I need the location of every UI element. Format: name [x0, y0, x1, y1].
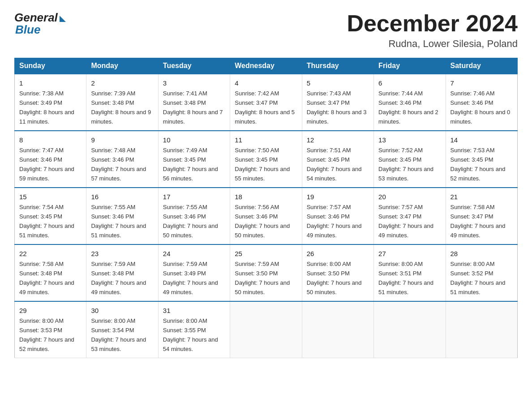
- day-info: Sunrise: 7:57 AMSunset: 3:46 PMDaylight:…: [307, 204, 362, 239]
- day-info: Sunrise: 7:53 AMSunset: 3:45 PMDaylight:…: [450, 147, 506, 182]
- day-info: Sunrise: 7:58 AMSunset: 3:47 PMDaylight:…: [450, 204, 506, 239]
- day-info: Sunrise: 7:59 AMSunset: 3:50 PMDaylight:…: [235, 261, 290, 295]
- day-number: 15: [19, 192, 82, 202]
- logo-arrow-icon: [60, 16, 66, 22]
- calendar-day-cell: 28 Sunrise: 8:00 AMSunset: 3:52 PMDaylig…: [446, 244, 517, 301]
- day-number: 2: [91, 78, 153, 88]
- day-number: 6: [378, 78, 441, 88]
- day-info: Sunrise: 7:43 AMSunset: 3:47 PMDaylight:…: [307, 90, 367, 125]
- calendar-day-cell: 5 Sunrise: 7:43 AMSunset: 3:47 PMDayligh…: [302, 74, 373, 131]
- calendar-day-cell: 3 Sunrise: 7:41 AMSunset: 3:48 PMDayligh…: [158, 74, 230, 131]
- day-number: 28: [450, 248, 513, 259]
- day-number: 8: [19, 135, 82, 145]
- day-number: 9: [91, 135, 153, 145]
- day-number: 26: [307, 248, 369, 259]
- day-info: Sunrise: 7:47 AMSunset: 3:46 PMDaylight:…: [19, 147, 74, 182]
- day-info: Sunrise: 8:00 AMSunset: 3:54 PMDaylight:…: [91, 317, 146, 352]
- day-number: 24: [163, 248, 225, 259]
- calendar-day-cell: 14 Sunrise: 7:53 AMSunset: 3:45 PMDaylig…: [446, 131, 517, 188]
- weekday-header-saturday: Saturday: [446, 58, 517, 74]
- calendar-day-cell: 23 Sunrise: 7:59 AMSunset: 3:48 PMDaylig…: [86, 244, 158, 301]
- day-number: 18: [235, 192, 297, 202]
- day-info: Sunrise: 7:55 AMSunset: 3:46 PMDaylight:…: [163, 204, 218, 239]
- calendar-day-cell: 13 Sunrise: 7:52 AMSunset: 3:45 PMDaylig…: [374, 131, 446, 188]
- title-block: December 2024 Rudna, Lower Silesia, Pola…: [347, 11, 518, 50]
- weekday-header-wednesday: Wednesday: [230, 58, 302, 74]
- day-number: 11: [235, 135, 297, 145]
- calendar-day-cell: 10 Sunrise: 7:49 AMSunset: 3:45 PMDaylig…: [158, 131, 230, 188]
- day-info: Sunrise: 8:00 AMSunset: 3:51 PMDaylight:…: [378, 261, 433, 295]
- calendar-day-cell: 8 Sunrise: 7:47 AMSunset: 3:46 PMDayligh…: [15, 131, 86, 188]
- day-number: 22: [19, 248, 82, 259]
- weekday-header-monday: Monday: [86, 58, 158, 74]
- calendar-day-cell: 15 Sunrise: 7:54 AMSunset: 3:45 PMDaylig…: [15, 188, 86, 244]
- day-info: Sunrise: 7:57 AMSunset: 3:47 PMDaylight:…: [378, 204, 433, 239]
- day-info: Sunrise: 7:48 AMSunset: 3:46 PMDaylight:…: [91, 147, 146, 182]
- day-number: 23: [91, 248, 153, 259]
- day-info: Sunrise: 7:59 AMSunset: 3:49 PMDaylight:…: [163, 261, 218, 295]
- calendar-day-cell: 19 Sunrise: 7:57 AMSunset: 3:46 PMDaylig…: [302, 188, 373, 244]
- page-header: General Blue December 2024 Rudna, Lower …: [14, 11, 518, 50]
- day-info: Sunrise: 7:39 AMSunset: 3:48 PMDaylight:…: [91, 90, 151, 125]
- day-info: Sunrise: 7:55 AMSunset: 3:46 PMDaylight:…: [91, 204, 146, 239]
- day-number: 16: [91, 192, 153, 202]
- calendar-week-2: 8 Sunrise: 7:47 AMSunset: 3:46 PMDayligh…: [15, 131, 518, 188]
- weekday-header-thursday: Thursday: [302, 58, 373, 74]
- day-number: 30: [91, 305, 153, 316]
- calendar-day-cell: [374, 301, 446, 358]
- day-info: Sunrise: 8:00 AMSunset: 3:50 PMDaylight:…: [307, 261, 362, 295]
- day-number: 20: [378, 192, 441, 202]
- calendar-week-3: 15 Sunrise: 7:54 AMSunset: 3:45 PMDaylig…: [15, 188, 518, 244]
- day-number: 7: [450, 78, 513, 88]
- day-info: Sunrise: 7:51 AMSunset: 3:45 PMDaylight:…: [307, 147, 362, 182]
- calendar-week-1: 1 Sunrise: 7:38 AMSunset: 3:49 PMDayligh…: [15, 74, 518, 131]
- day-number: 4: [235, 78, 297, 88]
- calendar-day-cell: 1 Sunrise: 7:38 AMSunset: 3:49 PMDayligh…: [15, 74, 86, 131]
- calendar-day-cell: 9 Sunrise: 7:48 AMSunset: 3:46 PMDayligh…: [86, 131, 158, 188]
- day-number: 5: [307, 78, 369, 88]
- calendar-day-cell: 26 Sunrise: 8:00 AMSunset: 3:50 PMDaylig…: [302, 244, 373, 301]
- day-number: 25: [235, 248, 297, 259]
- day-number: 14: [450, 135, 513, 145]
- calendar-day-cell: 24 Sunrise: 7:59 AMSunset: 3:49 PMDaylig…: [158, 244, 230, 301]
- weekday-header-row: SundayMondayTuesdayWednesdayThursdayFrid…: [15, 58, 518, 74]
- weekday-header-tuesday: Tuesday: [158, 58, 230, 74]
- calendar-week-4: 22 Sunrise: 7:58 AMSunset: 3:48 PMDaylig…: [15, 244, 518, 301]
- day-number: 29: [19, 305, 82, 316]
- day-info: Sunrise: 8:00 AMSunset: 3:53 PMDaylight:…: [19, 317, 74, 352]
- calendar-day-cell: 2 Sunrise: 7:39 AMSunset: 3:48 PMDayligh…: [86, 74, 158, 131]
- day-number: 12: [307, 135, 369, 145]
- calendar-week-5: 29 Sunrise: 8:00 AMSunset: 3:53 PMDaylig…: [15, 301, 518, 358]
- weekday-header-sunday: Sunday: [15, 58, 86, 74]
- day-number: 3: [163, 78, 225, 88]
- calendar-day-cell: 31 Sunrise: 8:00 AMSunset: 3:55 PMDaylig…: [158, 301, 230, 358]
- calendar-day-cell: 21 Sunrise: 7:58 AMSunset: 3:47 PMDaylig…: [446, 188, 517, 244]
- day-number: 19: [307, 192, 369, 202]
- day-number: 27: [378, 248, 441, 259]
- calendar-day-cell: [302, 301, 373, 358]
- location-subtitle: Rudna, Lower Silesia, Poland: [347, 38, 518, 50]
- day-number: 31: [163, 305, 225, 316]
- calendar-day-cell: 29 Sunrise: 8:00 AMSunset: 3:53 PMDaylig…: [15, 301, 86, 358]
- calendar-day-cell: 27 Sunrise: 8:00 AMSunset: 3:51 PMDaylig…: [374, 244, 446, 301]
- calendar-body: 1 Sunrise: 7:38 AMSunset: 3:49 PMDayligh…: [15, 74, 518, 358]
- day-info: Sunrise: 7:58 AMSunset: 3:48 PMDaylight:…: [19, 261, 74, 295]
- calendar-day-cell: 7 Sunrise: 7:46 AMSunset: 3:46 PMDayligh…: [446, 74, 517, 131]
- day-number: 13: [378, 135, 441, 145]
- day-number: 1: [19, 78, 82, 88]
- calendar-day-cell: 16 Sunrise: 7:55 AMSunset: 3:46 PMDaylig…: [86, 188, 158, 244]
- day-info: Sunrise: 7:56 AMSunset: 3:46 PMDaylight:…: [235, 204, 290, 239]
- day-info: Sunrise: 8:00 AMSunset: 3:55 PMDaylight:…: [163, 317, 218, 352]
- calendar-day-cell: 6 Sunrise: 7:44 AMSunset: 3:46 PMDayligh…: [374, 74, 446, 131]
- weekday-header-friday: Friday: [374, 58, 446, 74]
- calendar-day-cell: 17 Sunrise: 7:55 AMSunset: 3:46 PMDaylig…: [158, 188, 230, 244]
- calendar-day-cell: 22 Sunrise: 7:58 AMSunset: 3:48 PMDaylig…: [15, 244, 86, 301]
- day-info: Sunrise: 7:41 AMSunset: 3:48 PMDaylight:…: [163, 90, 223, 125]
- day-info: Sunrise: 7:54 AMSunset: 3:45 PMDaylight:…: [19, 204, 74, 239]
- day-info: Sunrise: 7:46 AMSunset: 3:46 PMDaylight:…: [450, 90, 511, 125]
- calendar-day-cell: 20 Sunrise: 7:57 AMSunset: 3:47 PMDaylig…: [374, 188, 446, 244]
- logo-blue-text: Blue: [14, 23, 40, 37]
- day-info: Sunrise: 7:49 AMSunset: 3:45 PMDaylight:…: [163, 147, 218, 182]
- calendar-day-cell: [230, 301, 302, 358]
- day-number: 17: [163, 192, 225, 202]
